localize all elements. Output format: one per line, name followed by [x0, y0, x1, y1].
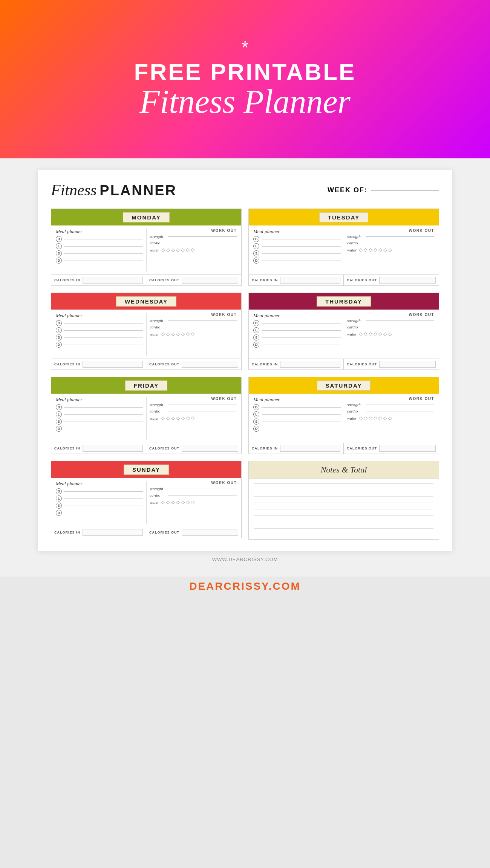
calories-in-box[interactable]	[83, 529, 143, 536]
meal-circle-b: B	[56, 320, 62, 326]
day-body-saturday: Meal planner B L S	[249, 394, 439, 443]
day-body-wednesday: Meal planner B L S	[51, 310, 241, 359]
cardio-line	[366, 327, 434, 327]
day-body-tuesday: Meal planner B L S	[249, 225, 439, 275]
calories-out-box[interactable]	[182, 277, 238, 284]
meal-row-s: S	[56, 334, 143, 340]
meal-row-d: D	[56, 426, 143, 432]
cardio-row: cardio	[150, 241, 237, 245]
meal-row-s: S	[56, 250, 143, 256]
meal-row-l: L	[56, 411, 143, 417]
strength-line	[168, 405, 237, 405]
notes-header: Notes & Total	[249, 461, 439, 479]
water-label: water	[347, 416, 357, 420]
calories-in-cell: CALORIES IN	[51, 359, 146, 370]
calories-out-box[interactable]	[379, 361, 436, 368]
meal-circle-s: S	[253, 419, 259, 425]
meal-row-d: D	[56, 510, 143, 516]
meal-section-title-monday: Meal planner	[56, 229, 143, 235]
day-body-monday: Meal planner B L S	[51, 225, 241, 275]
calories-out-cell: CALORIES OUT	[344, 275, 439, 285]
meal-row-d: D	[253, 342, 341, 348]
calories-out-label: CALORIES OUT	[347, 278, 377, 282]
workout-title-wednesday: WORK OUT	[150, 313, 237, 317]
water-label: water	[150, 332, 159, 336]
water-drop-icon: ◇	[181, 247, 185, 253]
notes-line	[254, 515, 433, 516]
calories-in-box[interactable]	[83, 361, 143, 368]
water-row: water ◇◇◇◇◇◇◇	[347, 415, 434, 421]
workout-section-friday: WORK OUT strength cardio water ◇◇◇◇◇◇◇	[146, 397, 237, 440]
meal-section-title-friday: Meal planner	[56, 397, 143, 403]
calories-out-box[interactable]	[379, 445, 436, 452]
calories-in-box[interactable]	[280, 277, 340, 284]
calories-out-box[interactable]	[182, 361, 238, 368]
calories-in-label: CALORIES IN	[54, 531, 80, 534]
meal-section-friday: Meal planner B L S	[56, 397, 146, 440]
water-drop-icon: ◇	[186, 415, 190, 421]
meal-line	[262, 323, 341, 324]
calories-out-box[interactable]	[182, 529, 238, 536]
water-drop-icon: ◇	[166, 415, 170, 421]
cardio-line	[168, 495, 237, 495]
strength-label: strength	[347, 402, 364, 407]
meal-circle-s: S	[56, 419, 62, 425]
meal-section-title-sunday: Meal planner	[56, 481, 143, 487]
workout-title-monday: WORK OUT	[150, 229, 237, 233]
strength-label: strength	[347, 318, 364, 323]
water-row: water ◇◇◇◇◇◇◇	[150, 247, 237, 253]
water-drop-icon: ◇	[161, 415, 165, 421]
meal-row-b: B	[253, 236, 341, 242]
meal-row-s: S	[253, 419, 341, 425]
calories-in-box[interactable]	[280, 445, 340, 452]
water-row: water ◇◇◇◇◇◇◇	[347, 331, 434, 337]
water-row: water ◇◇◇◇◇◇◇	[150, 415, 237, 421]
water-drop-icon: ◇	[181, 499, 185, 505]
meal-row-d: D	[253, 258, 341, 264]
cardio-label: cardio	[347, 409, 364, 413]
meal-circle-l: L	[253, 327, 259, 333]
cardio-label: cardio	[150, 325, 167, 329]
water-drop-icon: ◇	[176, 331, 180, 337]
footer-brand: DEARCRISSY.COM	[0, 577, 490, 600]
calories-out-box[interactable]	[379, 277, 436, 284]
title-planner: PLANNER	[100, 182, 177, 199]
water-drop-icon: ◇	[176, 247, 180, 253]
calories-row-saturday: CALORIES IN CALORIES OUT	[249, 443, 439, 454]
calories-in-label: CALORIES IN	[54, 278, 80, 282]
meal-section-title-wednesday: Meal planner	[56, 313, 143, 319]
calories-in-box[interactable]	[83, 445, 143, 452]
water-drop-icon: ◇	[181, 415, 185, 421]
meal-section-title-saturday: Meal planner	[253, 397, 341, 403]
calories-out-label: CALORIES OUT	[347, 362, 377, 366]
water-drop-icon: ◇	[171, 415, 175, 421]
meal-line	[64, 498, 143, 499]
calories-out-cell: CALORIES OUT	[146, 359, 241, 370]
strength-line	[366, 236, 434, 237]
calories-in-box[interactable]	[83, 277, 143, 284]
meal-circle-b: B	[253, 404, 259, 410]
meal-section-wednesday: Meal planner B L S	[56, 313, 146, 356]
calories-out-box[interactable]	[182, 445, 238, 452]
meal-row-b: B	[56, 320, 143, 326]
workout-title-tuesday: WORK OUT	[347, 229, 434, 233]
notes-line	[254, 528, 433, 529]
meal-row-l: L	[253, 327, 341, 333]
day-header-tuesday: TUESDAY	[249, 209, 439, 225]
calories-in-box[interactable]	[280, 361, 340, 368]
meal-row-b: B	[56, 404, 143, 410]
strength-line	[168, 489, 237, 489]
meal-circle-l: L	[56, 411, 62, 417]
notes-card: Notes & Total	[248, 461, 439, 540]
meal-row-b: B	[56, 236, 143, 242]
notes-line	[254, 483, 433, 484]
day-card-tuesday: TUESDAY Meal planner B L	[248, 209, 439, 286]
workout-section-monday: WORK OUT strength cardio water ◇◇◇◇◇◇◇	[146, 229, 237, 271]
day-label-sunday: SUNDAY	[124, 465, 169, 475]
calories-out-cell: CALORIES OUT	[146, 527, 241, 538]
water-drop-icon: ◇	[369, 415, 372, 421]
meal-circle-l: L	[56, 327, 62, 333]
meal-line	[262, 414, 341, 415]
calories-out-label: CALORIES OUT	[149, 531, 179, 534]
planner-header: Fitness PLANNER WEEK OF:	[51, 181, 439, 199]
